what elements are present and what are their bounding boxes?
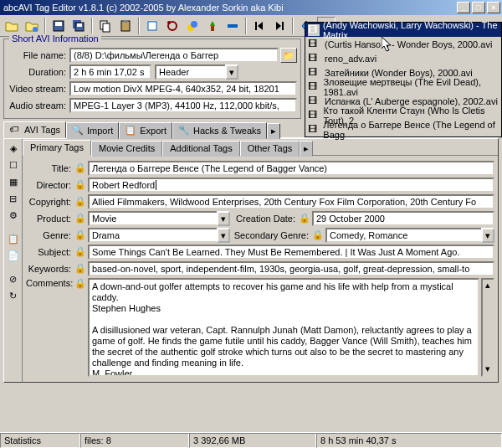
lock-icon[interactable]: 🔒 bbox=[299, 213, 310, 224]
status-time: 8 h 53 min 40,37 s bbox=[316, 433, 502, 448]
keywords-label: Keywords: bbox=[26, 264, 73, 274]
browse-button[interactable]: 📁 bbox=[280, 48, 297, 63]
side-refresh-icon[interactable]: ↻ bbox=[6, 288, 21, 303]
side-paste-icon[interactable]: 📄 bbox=[6, 248, 21, 263]
genre-combo[interactable]: Drama bbox=[88, 228, 217, 243]
dropdown-item[interactable]: 🎞Зловещие мертвецы (The Evil Dead), 1981… bbox=[305, 80, 501, 94]
copyright-label: Copyright: bbox=[26, 197, 73, 207]
svg-rect-9 bbox=[123, 20, 128, 23]
dropdown-item[interactable]: 🎞(Curtis Hanson) - Wonder Boys, 2000.avi bbox=[305, 37, 501, 51]
dropdown-item[interactable]: 🎞Легенда о Баггере Венсе (The Legend of … bbox=[305, 122, 501, 136]
sub-tab-bar: Primary Tags Movie Credits Additional Ta… bbox=[23, 139, 498, 156]
title-input[interactable]: Легенда о Баггере Венсе (The Legend of B… bbox=[88, 161, 494, 176]
scrollbar[interactable]: ▴▾ bbox=[481, 278, 494, 377]
primary-tags-form: Title: 🔒 Легенда о Баггере Венсе (The Le… bbox=[23, 156, 498, 382]
status-bar: Statistics files: 8 3 392,66 MB 8 h 53 m… bbox=[0, 432, 502, 448]
scroll-down-icon[interactable]: ▾ bbox=[483, 363, 493, 375]
tag-icon: 🏷 bbox=[9, 124, 21, 136]
maximize-button[interactable]: □ bbox=[472, 2, 485, 13]
dropdown-item[interactable]: 🎞(Andy Wachowski, Larry Wachowski) - The… bbox=[305, 23, 501, 37]
video-field: Low motion DivX MPEG-4, 640x352, 24 bit,… bbox=[69, 81, 297, 96]
subject-input[interactable]: Some Things Can't Be Learned. They Must … bbox=[88, 245, 494, 260]
svg-point-12 bbox=[167, 21, 171, 24]
open-icon[interactable] bbox=[3, 17, 21, 35]
duration-label: Duration: bbox=[8, 67, 69, 77]
product-label: Product: bbox=[26, 214, 73, 224]
svg-rect-10 bbox=[148, 22, 156, 30]
tab-hacks[interactable]: 🔧Hacks & Tweaks bbox=[172, 122, 267, 139]
window-title: abcAVI Tag Editor v1.8.1 (c) 2002-2005 b… bbox=[2, 3, 455, 13]
film-icon: 🎞 bbox=[308, 110, 320, 121]
side-icon-2[interactable]: ☐ bbox=[6, 157, 21, 173]
copyright-input[interactable]: Allied Filmmakers, Wildwood Enterprises,… bbox=[88, 194, 494, 209]
tool3-icon[interactable] bbox=[183, 17, 202, 35]
lock-icon[interactable]: 🔒 bbox=[74, 162, 86, 174]
last-icon[interactable] bbox=[270, 17, 289, 35]
tab-avi-tags[interactable]: 🏷AVI Tags bbox=[3, 121, 66, 138]
status-files: files: 8 bbox=[80, 433, 189, 448]
open-folder-icon[interactable] bbox=[23, 17, 41, 35]
subject-label: Subject: bbox=[26, 247, 73, 257]
combo-arrow-icon[interactable]: ▾ bbox=[217, 228, 230, 243]
subtab-primary[interactable]: Primary Tags bbox=[23, 140, 91, 156]
subtab-additional[interactable]: Additional Tags bbox=[162, 141, 239, 157]
combo-arrow-icon[interactable]: ▾ bbox=[217, 211, 230, 226]
save-all-icon[interactable] bbox=[69, 17, 88, 35]
comments-textarea[interactable]: A down-and-out golfer attempts to recove… bbox=[88, 278, 479, 377]
film-icon: 🎞 bbox=[308, 67, 321, 79]
lock-icon[interactable]: 🔒 bbox=[74, 278, 86, 290]
close-button[interactable]: × bbox=[487, 2, 500, 13]
film-icon: 🎞 bbox=[308, 24, 320, 36]
side-clear-icon[interactable]: ⊘ bbox=[6, 271, 21, 286]
product-combo[interactable]: Movie bbox=[88, 211, 217, 226]
main-content: ◈ ☐ ▦ ⊟ ⚙ 📋 📄 ⊘ ↻ Primary Tags Movie Cre… bbox=[3, 138, 499, 383]
file-list-dropdown: 🎞(Andy Wachowski, Larry Wachowski) - The… bbox=[305, 22, 502, 137]
dropdown-item[interactable]: 🎞reno_adv.avi bbox=[305, 51, 501, 65]
combo-arrow-icon[interactable]: ▾ bbox=[225, 64, 238, 80]
keywords-input[interactable]: based-on-novel, sport, independent-film,… bbox=[88, 261, 494, 276]
combo-arrow-icon[interactable]: ▾ bbox=[481, 228, 494, 243]
lock-icon[interactable]: 🔒 bbox=[74, 263, 86, 275]
save-icon[interactable] bbox=[49, 17, 68, 35]
lock-icon[interactable]: 🔒 bbox=[74, 229, 86, 241]
secgenre-combo[interactable]: Comedy, Romance bbox=[325, 228, 481, 243]
tool4-icon[interactable] bbox=[203, 17, 222, 35]
copy-icon[interactable] bbox=[96, 17, 115, 35]
tab-export[interactable]: 📋Export bbox=[119, 122, 172, 139]
side-icon-5[interactable]: ⚙ bbox=[6, 208, 21, 223]
side-icon-3[interactable]: ▦ bbox=[6, 174, 21, 189]
minimize-button[interactable]: _ bbox=[457, 2, 470, 13]
side-icon-4[interactable]: ⊟ bbox=[6, 191, 21, 206]
video-label: Video stream: bbox=[8, 84, 69, 94]
scroll-up-icon[interactable]: ▴ bbox=[483, 280, 493, 291]
film-icon: 🎞 bbox=[308, 81, 320, 93]
status-size: 3 392,66 MB bbox=[189, 433, 316, 448]
side-copy-icon[interactable]: 📋 bbox=[6, 231, 21, 246]
filename-label: File name: bbox=[8, 50, 69, 60]
creation-input[interactable]: 29 October 2000 bbox=[312, 211, 494, 226]
paste-icon[interactable] bbox=[116, 17, 135, 35]
subtab-credits[interactable]: Movie Credits bbox=[91, 141, 162, 157]
lock-icon[interactable]: 🔒 bbox=[312, 229, 324, 241]
filename-field[interactable]: (8/8) D:\фильмы\Легенда о Баггер bbox=[69, 48, 279, 63]
tool2-icon[interactable] bbox=[163, 17, 182, 35]
tool5-icon[interactable] bbox=[223, 17, 242, 35]
tool1-icon[interactable] bbox=[143, 17, 161, 35]
svg-point-0 bbox=[33, 27, 38, 32]
mouse-cursor bbox=[382, 37, 395, 54]
lock-icon[interactable]: 🔒 bbox=[74, 196, 86, 208]
first-icon[interactable] bbox=[250, 17, 269, 35]
header-combo[interactable]: Header bbox=[155, 64, 225, 80]
svg-rect-5 bbox=[77, 23, 82, 27]
side-toolbar: ◈ ☐ ▦ ⊟ ⚙ 📋 📄 ⊘ ↻ bbox=[4, 139, 23, 382]
side-icon-1[interactable]: ◈ bbox=[6, 141, 21, 156]
lock-icon[interactable]: 🔒 bbox=[74, 246, 86, 258]
subtab-scroll[interactable]: ▸ bbox=[300, 141, 313, 157]
lock-icon[interactable]: 🔒 bbox=[74, 213, 86, 224]
subtab-other[interactable]: Other Tags bbox=[240, 141, 300, 157]
svg-rect-17 bbox=[255, 22, 257, 30]
tab-scroll-right[interactable]: ▸ bbox=[267, 123, 280, 139]
director-input[interactable]: Robert Redford bbox=[88, 178, 494, 193]
lock-icon[interactable]: 🔒 bbox=[74, 179, 86, 191]
tab-import[interactable]: 🔍Import bbox=[66, 122, 119, 139]
